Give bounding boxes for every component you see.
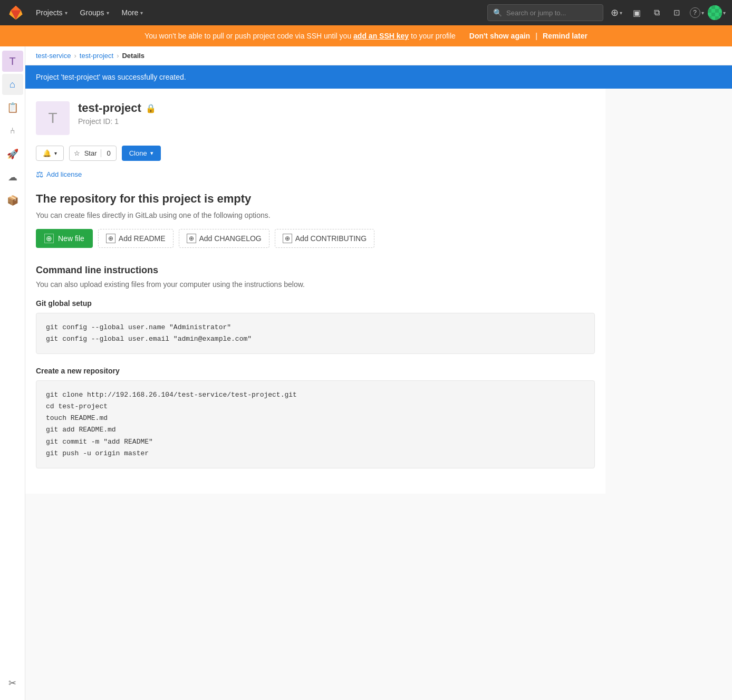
merge-icon-btn[interactable]: ⧉ bbox=[648, 4, 666, 22]
help-icon: ? bbox=[690, 7, 700, 18]
sidebar-item-cicd[interactable]: 🚀 bbox=[2, 143, 23, 165]
license-icon: ⚖ bbox=[36, 169, 43, 179]
nav-projects[interactable]: Projects ▾ bbox=[30, 0, 74, 25]
avatar-chevron: ▾ bbox=[723, 10, 726, 16]
remind-later-btn[interactable]: Remind later bbox=[543, 32, 587, 40]
groups-chevron: ▾ bbox=[107, 10, 109, 16]
dont-show-again-btn[interactable]: Don't show again bbox=[469, 32, 530, 40]
project-title: test-project 🔒 bbox=[78, 101, 156, 115]
sidebar: T ⌂ 📋 ⑃ 🚀 ☁ 📦 ✂ ⚙ bbox=[0, 46, 25, 700]
create-new-repo-code: git clone http://192.168.26.104/test-ser… bbox=[36, 380, 595, 468]
add-changelog-icon: ⊕ bbox=[187, 234, 196, 243]
operations-icon: ☁ bbox=[8, 171, 17, 183]
tablet-icon-btn[interactable]: ▣ bbox=[628, 4, 646, 22]
gitlab-logo[interactable] bbox=[6, 3, 25, 22]
empty-repo-desc: You can create files directly in GitLab … bbox=[36, 211, 595, 219]
activity-icon-btn[interactable]: ⊡ bbox=[668, 4, 686, 22]
project-info: test-project 🔒 Project ID: 1 bbox=[78, 101, 156, 126]
nav-groups[interactable]: Groups ▾ bbox=[74, 0, 115, 25]
search-icon: 🔍 bbox=[493, 8, 502, 17]
plus-icon: ⊕ bbox=[611, 7, 619, 18]
project-header: T test-project 🔒 Project ID: 1 bbox=[36, 101, 595, 135]
add-changelog-button[interactable]: ⊕ Add CHANGELOG bbox=[179, 229, 269, 248]
home-icon: ⌂ bbox=[9, 79, 15, 90]
help-chevron: ▾ bbox=[701, 10, 704, 16]
sidebar-item-snippets[interactable]: ✂ bbox=[2, 673, 23, 694]
repository-icon: 📋 bbox=[7, 102, 18, 113]
bell-icon: 🔔 bbox=[43, 149, 51, 157]
new-file-icon: ⊕ bbox=[44, 234, 54, 243]
project-avatar: T bbox=[36, 101, 70, 135]
star-count: 0 bbox=[101, 149, 115, 157]
search-input[interactable] bbox=[506, 9, 591, 17]
lock-icon: 🔒 bbox=[146, 103, 156, 113]
merge-icon: ⧉ bbox=[654, 8, 660, 17]
add-readme-icon: ⊕ bbox=[106, 234, 115, 243]
ssh-banner-actions: Don't show again | Remind later bbox=[469, 32, 587, 40]
sidebar-item-merge-requests[interactable]: ⑃ bbox=[2, 120, 23, 141]
breadcrumb-sep-1: › bbox=[74, 52, 76, 60]
plus-button[interactable]: ⊕ ▾ bbox=[608, 4, 625, 22]
add-contributing-icon: ⊕ bbox=[283, 234, 292, 243]
cli-title: Command line instructions bbox=[36, 265, 595, 276]
notification-chevron: ▾ bbox=[54, 150, 57, 156]
snippets-icon: ✂ bbox=[8, 677, 16, 689]
sidebar-item-registry[interactable]: 📦 bbox=[2, 190, 23, 211]
nav-more[interactable]: More ▾ bbox=[115, 0, 150, 25]
activity-icon: ⊡ bbox=[673, 8, 680, 17]
projects-chevron: ▾ bbox=[65, 10, 68, 16]
banner-sep: | bbox=[535, 32, 537, 40]
clone-button[interactable]: Clone ▾ bbox=[122, 146, 161, 161]
merge-requests-icon: ⑃ bbox=[10, 126, 15, 136]
main-layout: T ⌂ 📋 ⑃ 🚀 ☁ 📦 ✂ ⚙ test-service › bbox=[0, 46, 732, 700]
tablet-icon: ▣ bbox=[633, 8, 641, 18]
add-ssh-key-link[interactable]: add an SSH key bbox=[353, 32, 409, 40]
avatar-btn[interactable]: ▾ bbox=[708, 4, 726, 22]
add-license-link[interactable]: ⚖ Add license bbox=[36, 169, 595, 179]
breadcrumb: test-service › test-project › Details bbox=[25, 46, 732, 65]
cli-desc: You can also upload existing files from … bbox=[36, 280, 595, 289]
breadcrumb-current: Details bbox=[122, 52, 145, 60]
topnav-icon-group: ⊕ ▾ ▣ ⧉ ⊡ ? ▾ ▾ bbox=[608, 4, 726, 22]
git-global-setup-title: Git global setup bbox=[36, 299, 595, 308]
project-content: T test-project 🔒 Project ID: 1 🔔 ▾ bbox=[25, 89, 605, 494]
breadcrumb-test-project[interactable]: test-project bbox=[80, 52, 113, 60]
ssh-banner-text: You won't be able to pull or push projec… bbox=[145, 32, 456, 40]
add-contributing-button[interactable]: ⊕ Add CONTRIBUTING bbox=[275, 229, 374, 248]
empty-repo-title: The repository for this project is empty bbox=[36, 192, 595, 206]
project-id: Project ID: 1 bbox=[78, 117, 156, 126]
user-avatar bbox=[708, 5, 722, 20]
success-banner: Project 'test-project' was successfully … bbox=[25, 65, 732, 89]
sidebar-item-operations[interactable]: ☁ bbox=[2, 167, 23, 188]
main-content: test-service › test-project › Details Pr… bbox=[25, 46, 732, 700]
new-file-button[interactable]: ⊕ New file bbox=[36, 229, 93, 248]
plus-chevron: ▾ bbox=[620, 10, 622, 16]
sidebar-item-avatar[interactable]: T bbox=[2, 51, 23, 72]
top-navigation: Projects ▾ Groups ▾ More ▾ 🔍 ⊕ ▾ ▣ ⧉ ⊡ ?… bbox=[0, 0, 732, 25]
breadcrumb-test-service[interactable]: test-service bbox=[36, 52, 71, 60]
add-readme-button[interactable]: ⊕ Add README bbox=[98, 229, 174, 248]
create-new-repo: Create a new repository git clone http:/… bbox=[36, 367, 595, 468]
action-bar: 🔔 ▾ ☆ Star 0 Clone ▾ bbox=[36, 146, 595, 161]
sidebar-item-repository[interactable]: 📋 bbox=[2, 97, 23, 118]
star-button[interactable]: ☆ Star 0 bbox=[69, 146, 117, 161]
search-box: 🔍 bbox=[487, 4, 603, 21]
registry-icon: 📦 bbox=[7, 195, 18, 206]
notification-button[interactable]: 🔔 ▾ bbox=[36, 146, 64, 161]
create-new-repo-title: Create a new repository bbox=[36, 367, 595, 375]
breadcrumb-sep-2: › bbox=[117, 52, 119, 60]
help-icon-btn[interactable]: ? ▾ bbox=[688, 4, 706, 22]
more-chevron: ▾ bbox=[140, 10, 143, 16]
git-global-setup: Git global setup git config --global use… bbox=[36, 299, 595, 354]
star-icon: ☆ bbox=[74, 149, 80, 157]
ssh-warning-banner: You won't be able to pull or push projec… bbox=[0, 25, 732, 46]
cicd-icon: 🚀 bbox=[7, 148, 18, 160]
clone-chevron: ▾ bbox=[150, 150, 153, 157]
cli-section: Command line instructions You can also u… bbox=[36, 265, 595, 468]
quick-actions: ⊕ New file ⊕ Add README ⊕ Add CHANGELOG … bbox=[36, 229, 595, 248]
star-label: ☆ Star bbox=[70, 149, 101, 157]
git-global-setup-code: git config --global user.name "Administr… bbox=[36, 313, 595, 354]
empty-repo-section: The repository for this project is empty… bbox=[36, 192, 595, 248]
sidebar-item-home[interactable]: ⌂ bbox=[2, 74, 23, 95]
sidebar-item-settings[interactable]: ⚙ bbox=[2, 696, 23, 700]
